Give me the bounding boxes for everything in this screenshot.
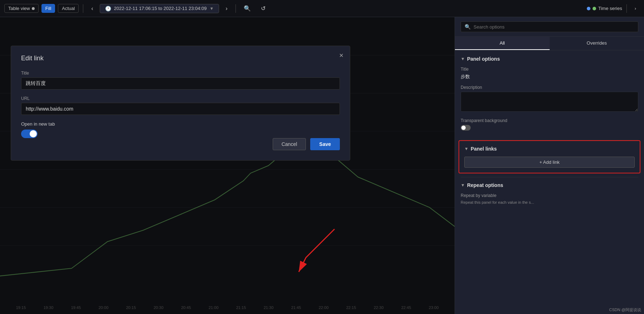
- title-input[interactable]: [21, 77, 340, 90]
- description-option-row: Description: [461, 85, 638, 113]
- transparent-bg-toggle[interactable]: [461, 125, 471, 131]
- dialog-title: Edit link: [21, 55, 340, 62]
- right-panel: 🔍 All Overrides ▼ Panel options Title 步数…: [455, 17, 644, 314]
- edit-link-dialog: Edit link × Title URL Open in new tab Ca…: [11, 46, 350, 161]
- fill-btn[interactable]: Fill: [41, 4, 55, 13]
- chevron-icon: ▼: [461, 56, 465, 61]
- divider-2: [236, 4, 236, 13]
- tab-overrides[interactable]: Overrides: [550, 37, 644, 50]
- time-range-text: 2022-12-11 17:06:15 to 2022-12-11 23:04:…: [114, 6, 207, 11]
- search-input[interactable]: [474, 24, 634, 30]
- dialog-close-button[interactable]: ×: [339, 52, 343, 59]
- repeat-description: Repeat this panel for each value in the …: [461, 200, 638, 205]
- prev-time-btn[interactable]: ‹: [88, 4, 96, 13]
- panel-title-value: 步数: [461, 74, 638, 80]
- search-options-section: 🔍: [455, 17, 644, 37]
- repeat-by-variable-label: Repeat by variable: [461, 193, 638, 198]
- toolbar: Table view Fill Actual ‹ 🕐 2022-12-11 17…: [0, 0, 644, 17]
- toggle-thumb: [30, 130, 37, 137]
- panel-links-section: ▼ Panel links + Add link: [459, 140, 640, 173]
- save-button[interactable]: Save: [310, 138, 340, 150]
- title-option-row: Title 步数: [461, 67, 638, 80]
- url-input[interactable]: [21, 103, 340, 115]
- open-new-tab-wrap: Open in new tab: [21, 121, 340, 138]
- panel-options-header[interactable]: ▼ Panel options: [461, 56, 638, 62]
- url-label: URL: [21, 96, 340, 101]
- divider-3: [626, 4, 627, 13]
- cancel-button[interactable]: Cancel: [273, 138, 306, 150]
- panel-links-header[interactable]: ▼ Panel links: [464, 146, 635, 152]
- refresh-btn[interactable]: ↺: [257, 4, 269, 13]
- dialog-actions: Cancel Save: [21, 138, 340, 150]
- search-input-wrap[interactable]: 🔍: [461, 21, 638, 32]
- transparent-toggle-track: [461, 125, 471, 131]
- main-content: 19:15 19:30 19:45 20:00 20:15 20:30 20:4…: [0, 17, 644, 314]
- transparent-toggle-thumb: [461, 126, 466, 130]
- clock-icon: 🕐: [105, 6, 111, 11]
- table-view-label: Table view: [8, 6, 30, 11]
- transparent-bg-row: Transparent background: [461, 118, 638, 132]
- transparent-bg-label: Transparent background: [461, 118, 638, 123]
- fill-label: Fill: [45, 6, 51, 11]
- time-range-chevron: ▼: [209, 6, 214, 11]
- open-new-tab-label: Open in new tab: [21, 121, 340, 127]
- panel-links-chevron-icon: ▼: [464, 146, 469, 151]
- dialog-overlay: Edit link × Title URL Open in new tab Ca…: [0, 17, 455, 314]
- add-link-button[interactable]: + Add link: [464, 157, 635, 168]
- time-range-display[interactable]: 🕐 2022-12-11 17:06:15 to 2022-12-11 23:0…: [100, 4, 219, 13]
- search-icon: 🔍: [465, 24, 471, 30]
- repeat-options-label: Repeat options: [467, 182, 503, 188]
- repeat-options-section: ▼ Repeat options Repeat by variable Repe…: [455, 177, 644, 210]
- tab-all[interactable]: All: [455, 37, 550, 50]
- time-series-label: Time series: [598, 6, 622, 11]
- expand-btn[interactable]: ›: [631, 4, 640, 12]
- description-textarea[interactable]: [461, 92, 638, 112]
- time-series-display: Time series: [587, 6, 622, 11]
- ts-dot-green: [593, 7, 596, 10]
- table-view-btn[interactable]: Table view: [4, 4, 39, 13]
- open-new-tab-toggle[interactable]: [21, 130, 340, 138]
- description-label: Description: [461, 85, 638, 90]
- ts-dot-blue: [587, 7, 590, 10]
- next-time-btn[interactable]: ›: [222, 4, 231, 13]
- panel-options-label: Panel options: [467, 56, 500, 62]
- repeat-options-header[interactable]: ▼ Repeat options: [461, 182, 638, 188]
- attribution-text: CSDN @阿提说说: [609, 307, 641, 313]
- panel-options-section: ▼ Panel options Title 步数 Description Tra…: [455, 50, 644, 140]
- actual-label: Actual: [62, 6, 75, 11]
- repeat-chevron-icon: ▼: [461, 183, 465, 188]
- title-label: Title: [21, 71, 340, 76]
- toggle-track: [21, 130, 38, 138]
- zoom-out-btn[interactable]: 🔍: [240, 4, 254, 13]
- panel-links-label: Panel links: [471, 146, 497, 152]
- panel-title-label: Title: [461, 67, 638, 72]
- chart-area: 19:15 19:30 19:45 20:00 20:15 20:30 20:4…: [0, 17, 455, 314]
- actual-btn[interactable]: Actual: [58, 4, 79, 13]
- panel-tabs: All Overrides: [455, 37, 644, 50]
- divider-1: [83, 4, 83, 13]
- table-view-dot: [32, 7, 35, 10]
